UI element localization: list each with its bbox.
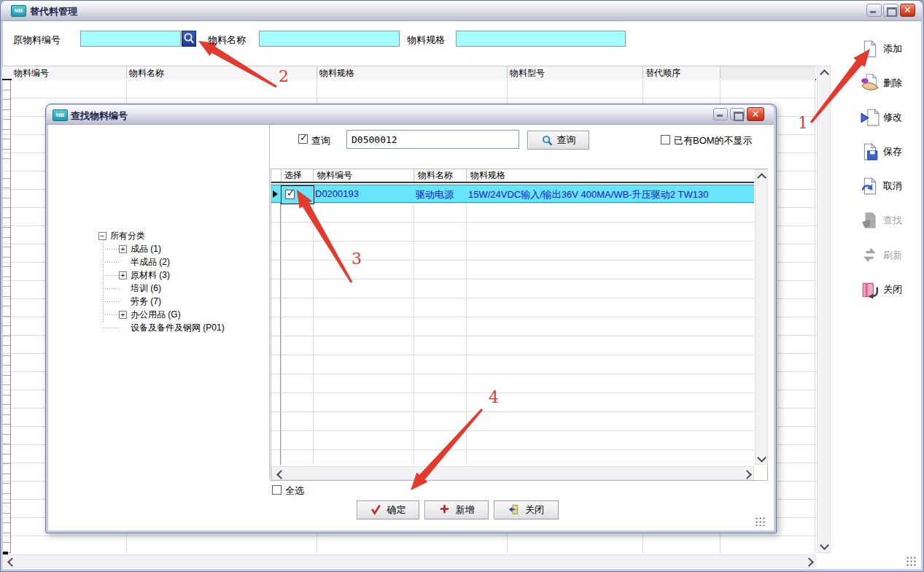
row-select-cell[interactable]: ✓ bbox=[281, 185, 314, 204]
grid-column-line bbox=[466, 185, 467, 465]
material-lookup-button[interactable] bbox=[182, 31, 196, 47]
tree-item-7[interactable]: 设备及备件及钢网 (P01) bbox=[119, 322, 225, 333]
results-column-header-1[interactable]: 物料编号 bbox=[315, 169, 412, 182]
tree-connector-line bbox=[103, 249, 119, 250]
tree-item-3[interactable]: +原材料 (3) bbox=[119, 269, 170, 281]
scroll-up-button[interactable] bbox=[818, 66, 830, 79]
dialog-button-新增[interactable]: 新增 bbox=[424, 500, 489, 519]
results-column-header-3[interactable]: 物料规格 bbox=[468, 169, 753, 182]
sidebar-button-0[interactable]: 添加 bbox=[861, 38, 922, 60]
sidebar-button-label: 取消 bbox=[883, 179, 902, 193]
dialog-button-确定[interactable]: 确定 bbox=[357, 500, 419, 519]
scroll-down-button[interactable] bbox=[818, 540, 830, 552]
tree-item-label: 设备及备件及钢网 (P01) bbox=[131, 322, 225, 334]
main-column-header-5[interactable] bbox=[721, 66, 815, 80]
scroll-left-button[interactable] bbox=[273, 468, 285, 479]
results-column-header-0[interactable]: 选择 bbox=[282, 169, 311, 182]
result-row[interactable]: ✓ D0200193 驱动电源 15W/24VDC输入/输出36V 400MA/… bbox=[271, 185, 754, 203]
save-document-icon bbox=[861, 142, 880, 161]
scroll-right-button[interactable] bbox=[742, 468, 753, 479]
form-input-1[interactable] bbox=[259, 31, 400, 47]
tree-item-6[interactable]: +办公用品 (G) bbox=[119, 309, 181, 320]
query-checkbox[interactable]: ✓ bbox=[298, 134, 308, 144]
sidebar-button-label: 查找 bbox=[883, 214, 902, 227]
sidebar-button-label: 添加 bbox=[883, 42, 902, 55]
sidebar-button-7[interactable]: 关闭 bbox=[861, 279, 922, 301]
dialog-maximize-button[interactable] bbox=[730, 108, 745, 120]
form-label-1: 物料名称 bbox=[208, 34, 246, 47]
dialog-button-关闭[interactable]: 关闭 bbox=[494, 500, 559, 519]
screen: { "colors":{"input_cyan":"#A5FEFE","row_… bbox=[0, 0, 924, 572]
results-vertical-scrollbar[interactable] bbox=[755, 169, 768, 465]
form-input-2[interactable] bbox=[456, 31, 626, 47]
main-column-header-2[interactable]: 物料规格 bbox=[317, 66, 508, 80]
dialog-close-button[interactable]: ✕ bbox=[747, 107, 764, 121]
scroll-right-button[interactable] bbox=[804, 555, 815, 567]
modify-document-icon bbox=[861, 108, 880, 127]
expand-icon[interactable]: + bbox=[119, 271, 127, 279]
sidebar-button-2[interactable]: 修改 bbox=[861, 107, 922, 128]
app-logo-icon: NB bbox=[53, 109, 68, 121]
header-divider bbox=[507, 66, 508, 79]
close-book-icon bbox=[861, 280, 880, 299]
minimize-icon bbox=[870, 11, 876, 13]
query-button[interactable]: 查询 bbox=[527, 131, 589, 150]
scroll-up-button[interactable] bbox=[756, 170, 767, 182]
tree-item-1[interactable]: +成品 (1) bbox=[119, 243, 161, 255]
main-column-header-4[interactable]: 替代顺序 bbox=[643, 66, 721, 80]
results-column-header-2[interactable]: 物料名称 bbox=[416, 169, 467, 182]
dialog-minimize-button[interactable] bbox=[713, 108, 728, 120]
button-label: 确定 bbox=[387, 503, 406, 517]
select-all-checkbox[interactable] bbox=[272, 485, 282, 495]
button-label: 关闭 bbox=[525, 503, 544, 517]
tree-item-2[interactable]: 半成品 (2) bbox=[119, 256, 170, 268]
collapse-icon[interactable]: − bbox=[98, 232, 106, 240]
chevron-down-icon bbox=[820, 541, 829, 550]
magnifier-icon bbox=[182, 31, 195, 46]
main-column-header-3[interactable]: 物料型号 bbox=[508, 66, 643, 80]
app-logo-icon: NB bbox=[11, 5, 26, 17]
tree-item-5[interactable]: 劳务 (7) bbox=[119, 295, 161, 307]
sidebar-button-3[interactable]: 保存 bbox=[861, 141, 922, 163]
sidebar-button-4[interactable]: 取消 bbox=[861, 175, 922, 197]
maximize-icon bbox=[887, 7, 897, 17]
sidebar-button-label: 关闭 bbox=[883, 283, 902, 296]
tree-item-4[interactable]: 培训 (6) bbox=[119, 282, 161, 294]
results-horizontal-scrollbar[interactable] bbox=[271, 466, 754, 480]
tree-item-0[interactable]: −所有分类 bbox=[98, 230, 145, 241]
main-window-title: 替代料管理 bbox=[30, 5, 77, 18]
scroll-left-button[interactable] bbox=[4, 555, 16, 567]
tree-connector-line bbox=[103, 275, 119, 276]
check-icon: ✓ bbox=[300, 132, 308, 143]
row-material-code: D0200193 bbox=[315, 188, 359, 199]
annotation-number-1: 1 bbox=[798, 114, 808, 132]
form-input-0[interactable] bbox=[80, 31, 181, 47]
minimize-button[interactable] bbox=[866, 4, 882, 17]
main-vertical-scrollbar[interactable] bbox=[817, 66, 831, 553]
header-divider bbox=[313, 169, 314, 182]
header-divider bbox=[317, 66, 317, 79]
scroll-down-button[interactable] bbox=[756, 453, 767, 465]
bom-filter-checkbox[interactable] bbox=[661, 135, 670, 144]
query-input[interactable] bbox=[346, 130, 519, 149]
main-titlebar: NB 替代料管理 ✕ bbox=[1, 1, 922, 21]
sidebar-button-label: 删除 bbox=[883, 77, 902, 90]
tree-connector-line bbox=[103, 314, 119, 315]
maximize-button[interactable] bbox=[883, 4, 898, 17]
refresh-icon bbox=[861, 246, 880, 265]
plus-icon bbox=[439, 503, 452, 517]
dialog-resize-grip[interactable] bbox=[755, 517, 765, 526]
dialog-title: 查找物料编号 bbox=[71, 109, 128, 123]
tree-item-label: 原材料 (3) bbox=[131, 269, 170, 282]
window-resize-grip[interactable] bbox=[906, 556, 917, 566]
expand-icon[interactable]: + bbox=[119, 311, 127, 319]
close-button[interactable]: ✕ bbox=[900, 4, 915, 17]
expand-icon[interactable]: + bbox=[119, 245, 127, 253]
row-checkbox[interactable]: ✓ bbox=[285, 190, 295, 199]
main-horizontal-scrollbar[interactable] bbox=[2, 554, 816, 568]
sidebar-button-1[interactable]: 删除 bbox=[861, 72, 922, 94]
chevron-right-icon bbox=[742, 470, 752, 479]
close-icon: ✕ bbox=[901, 4, 915, 16]
main-column-header-0[interactable]: 物料编号 bbox=[12, 66, 127, 80]
header-divider bbox=[414, 169, 414, 182]
